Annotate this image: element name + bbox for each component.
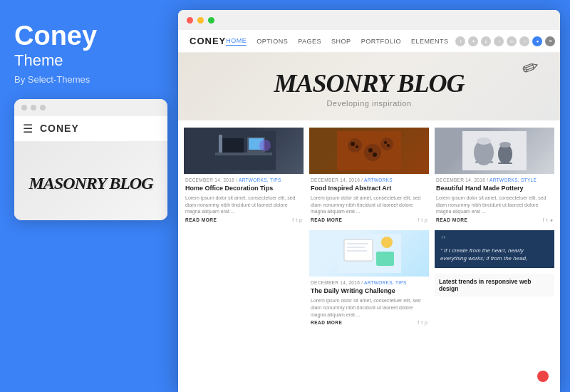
post-image-pottery	[435, 128, 554, 174]
post-title-writing: The Daily Writing Challenge	[311, 287, 428, 295]
share-pinterest-icon[interactable]: p	[299, 217, 302, 222]
post-social-icons-4: f t p	[418, 320, 428, 325]
share-facebook-icon[interactable]: f	[292, 217, 294, 222]
share-facebook-icon-3[interactable]: f	[543, 217, 544, 222]
read-more-writing[interactable]: READ MORE	[311, 320, 342, 325]
post-content-writing: DECEMBER 14, 2016 / ARTWORKS, TIPS The D…	[309, 277, 429, 327]
svg-point-14	[380, 138, 393, 150]
nav-icon-twitter[interactable]: t	[494, 36, 504, 46]
nav-social-icons: f ✦ p t in r ● ≡	[455, 36, 555, 46]
share-twitter-icon[interactable]: t	[296, 217, 297, 222]
post-footer-writing: READ MORE f t p	[311, 320, 428, 325]
post-footer-food-art: READ MORE f t p	[311, 217, 428, 222]
svg-point-16	[387, 144, 390, 147]
share-pinterest-icon-4[interactable]: p	[425, 320, 428, 325]
hero-subtitle: Developing inspiration	[326, 99, 411, 108]
desk-illustration	[212, 131, 276, 170]
trends-card: Latest trends in responsive web design	[435, 274, 554, 296]
mobile-nav: ☰ CONEY	[14, 116, 167, 142]
share-pinterest-icon-2[interactable]: p	[425, 217, 428, 222]
brand-by: By Select-Themes	[14, 74, 164, 85]
nav-icon-menu[interactable]: ≡	[545, 36, 555, 46]
post-meta-food-art: DECEMBER 14, 2016 / ARTWORKS	[311, 177, 428, 182]
svg-rect-21	[347, 250, 367, 252]
nav-icon-rss[interactable]: r	[519, 36, 529, 46]
mobile-nav-title: CONEY	[40, 123, 79, 134]
svg-point-9	[351, 142, 355, 146]
post-image-cookies	[309, 128, 429, 174]
share-twitter-icon-4[interactable]: t	[421, 320, 423, 325]
brand-subtitle: Theme	[14, 51, 164, 70]
nav-icon-pinterest[interactable]: p	[481, 36, 491, 46]
svg-rect-19	[347, 243, 368, 244]
post-title-pottery: Beautiful Hand Made Pottery	[436, 185, 553, 192]
share-twitter-icon-2[interactable]: t	[421, 217, 423, 222]
svg-point-28	[499, 142, 511, 148]
post-card-pottery: DECEMBER 14, 2016 / ARTWORKS, STYLE Beau…	[435, 128, 554, 225]
post-title-home-office: Home Office Decoration Tips	[185, 185, 302, 192]
svg-point-6	[259, 140, 271, 151]
hero-title: MASONRY BLOG	[274, 71, 464, 96]
share-facebook-icon-2[interactable]: f	[418, 217, 419, 222]
nav-icon-facebook[interactable]: f	[455, 36, 465, 46]
nav-link-portfolio[interactable]: PORTFOLIO	[361, 38, 401, 45]
left-panel: Coney Theme By Select-Themes ☰ CONEY MAS…	[0, 0, 178, 392]
blog-col-3: DECEMBER 14, 2016 / ARTWORKS, STYLE Beau…	[435, 128, 554, 388]
svg-point-23	[381, 237, 393, 248]
post-meta-writing: DECEMBER 14, 2016 / ARTWORKS, TIPS	[311, 280, 428, 285]
post-social-icons-3: f t ●	[543, 217, 553, 222]
post-social-icons: f t p	[292, 217, 302, 222]
mobile-preview-card: ☰ CONEY MASONRY BLOG	[14, 99, 167, 220]
pottery-illustration	[462, 131, 527, 170]
svg-point-13	[373, 153, 377, 157]
nav-icon-linkedin[interactable]: in	[507, 36, 517, 46]
brand-title: Coney	[14, 21, 164, 51]
browser-minimize-button[interactable]	[197, 17, 204, 24]
cookies-illustration	[337, 131, 401, 170]
quote-mark: "	[440, 236, 549, 246]
svg-rect-20	[347, 247, 365, 248]
nav-link-options[interactable]: OPTIONS	[256, 38, 288, 45]
post-image-desk	[184, 128, 304, 174]
svg-point-10	[356, 145, 358, 148]
post-content-pottery: DECEMBER 14, 2016 / ARTWORKS, STYLE Beau…	[435, 174, 554, 225]
svg-rect-22	[376, 252, 394, 266]
svg-rect-30	[498, 163, 512, 164]
svg-point-15	[384, 141, 387, 144]
nav-link-home[interactable]: HOME	[226, 37, 247, 46]
mobile-dot-2	[31, 105, 36, 110]
writing-illustration	[337, 234, 401, 273]
read-more-food-art[interactable]: READ MORE	[311, 217, 342, 222]
browser-window: CONEY HOME OPTIONS PAGES SHOP PORTFOLIO …	[178, 10, 560, 392]
quote-text: " If I create from the heart, nearly eve…	[440, 247, 549, 262]
svg-point-11	[364, 144, 381, 161]
nav-link-pages[interactable]: PAGES	[298, 38, 321, 45]
blog-grid: DECEMBER 14, 2016 / ARTWORKS, TIPS Home …	[178, 120, 560, 392]
svg-rect-24	[462, 131, 527, 170]
read-more-pottery[interactable]: READ MORE	[436, 217, 467, 222]
post-footer-home-office: READ MORE f t p	[185, 217, 302, 222]
svg-rect-29	[475, 161, 493, 163]
read-more-home-office[interactable]: READ MORE	[185, 217, 217, 222]
svg-rect-2	[222, 138, 244, 153]
quote-card: " " If I create from the heart, nearly e…	[435, 230, 554, 268]
browser-close-button[interactable]	[187, 17, 193, 24]
share-pinterest-icon-3[interactable]: ●	[550, 217, 553, 222]
svg-point-26	[477, 138, 491, 145]
nav-link-shop[interactable]: SHOP	[331, 38, 351, 45]
post-footer-pottery: READ MORE f t ●	[436, 217, 553, 222]
nav-icon-user[interactable]: ●	[532, 36, 542, 46]
blog-col-1: DECEMBER 14, 2016 / ARTWORKS, TIPS Home …	[184, 128, 304, 388]
post-excerpt-writing: Lorem ipsum dolor sit amet, consectetuer…	[311, 297, 428, 318]
nav-icon-instagram[interactable]: ✦	[468, 36, 478, 46]
browser-maximize-button[interactable]	[208, 17, 214, 24]
browser-chrome	[178, 10, 560, 30]
mobile-hero-text: MASONRY BLOG	[28, 174, 152, 192]
post-image-writing	[309, 230, 429, 277]
nav-link-elements[interactable]: ELEMENTS	[411, 38, 449, 45]
share-facebook-icon-4[interactable]: f	[418, 320, 419, 325]
trends-title: Latest trends in responsive web design	[439, 278, 550, 292]
blog-col-2: DECEMBER 14, 2016 / ARTWORKS Food Inspir…	[309, 128, 429, 388]
share-twitter-icon-3[interactable]: t	[546, 217, 548, 222]
mobile-card-header	[14, 99, 167, 116]
